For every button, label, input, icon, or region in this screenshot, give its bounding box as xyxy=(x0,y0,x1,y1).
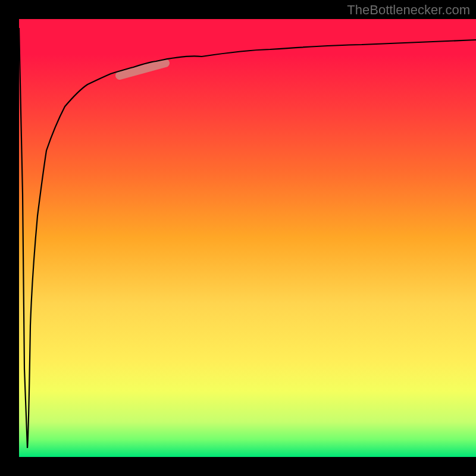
chart-container: TheBottlenecker.com xyxy=(0,0,476,476)
watermark-text: TheBottlenecker.com xyxy=(347,2,470,18)
plot-area xyxy=(19,19,476,457)
